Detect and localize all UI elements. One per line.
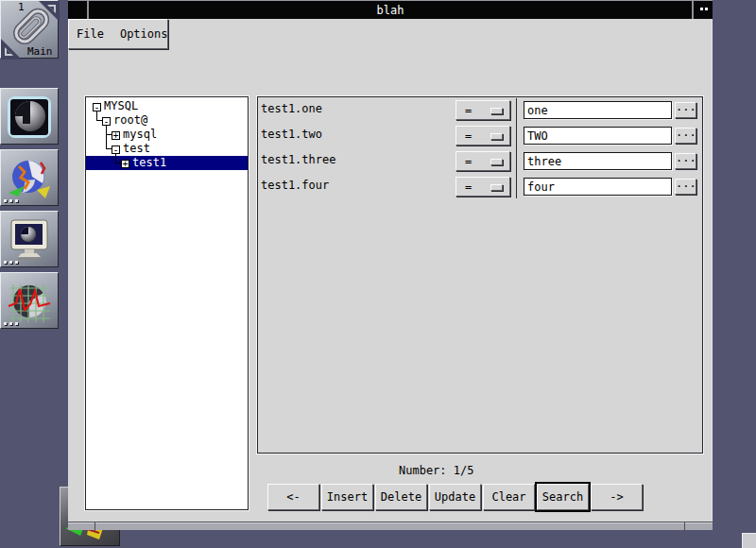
tree-expand-box[interactable]: + [112,131,120,140]
tree-item-root[interactable]: root@ [113,113,147,128]
option-menu-indicator-icon [490,133,503,140]
window-body: File Options - MYSQL - root@ + mysql - t… [68,19,713,522]
operator-value: = [465,129,472,143]
more-button[interactable]: ... [675,102,696,118]
desktop: { "desktop": { "bg_color": "#53546F" }, … [0,0,756,548]
query-form-panel: test1.one = ... test1.two = ... test1.th… [257,96,703,454]
field-label: test1.three [261,153,335,166]
window-miniaturize-button[interactable] [68,1,87,19]
dock-tile-chart-app[interactable] [0,272,59,329]
search-button[interactable]: Search [537,484,589,510]
tree-expand-box[interactable]: - [112,146,120,154]
background-window-corner [742,533,756,548]
field-label: test1.two [261,128,322,141]
paperclip-icon [7,6,52,51]
more-button[interactable]: ... [675,128,696,144]
more-button[interactable]: ... [675,153,696,169]
field-value-input[interactable] [524,152,672,170]
next-record-button[interactable]: -> [591,484,643,510]
tree-expand-box[interactable]: - [102,117,111,126]
dock-tile-puzzle-app[interactable] [0,149,59,206]
running-indicator [4,199,18,202]
clip-main-tile[interactable]: 1 Main [0,0,59,59]
option-menu-indicator-icon [490,108,503,114]
menu-file[interactable]: File [77,27,104,41]
running-indicator [4,261,18,264]
operator-dropdown[interactable]: = [455,100,510,120]
operator-value: = [465,155,472,168]
more-button[interactable]: ... [675,179,696,195]
field-value-input[interactable] [524,101,672,119]
field-label: test1.one [261,102,322,115]
operator-value: = [465,180,472,194]
clip-label: Main [27,45,53,58]
field-label: test1.four [261,179,329,192]
delete-button[interactable]: Delete [375,484,427,510]
app-window: blah File Options - MYSQL - root@ + [68,0,713,530]
prev-record-button[interactable]: <- [267,484,319,510]
sphere-icon [6,93,55,142]
tree-item-test-db[interactable]: test [123,142,150,156]
tree-panel: - MYSQL - root@ + mysql - test + test1 [85,96,249,510]
menu-options[interactable]: Options [120,27,168,41]
dock-tile-monitor-app[interactable] [0,211,59,267]
dock-tile-sphere-app[interactable] [0,88,59,145]
clear-button[interactable]: Clear [483,484,535,510]
option-menu-indicator-icon [490,184,503,191]
nav-button-row: <- Insert Delete Update Clear Search -> [267,484,643,510]
window-title[interactable]: blah [89,1,692,19]
resize-bar-divider [684,522,685,531]
tree-item-mysql-db[interactable]: mysql [123,128,157,142]
tree-item-test1-table[interactable]: test1 [132,156,166,170]
operator-value: = [465,104,472,117]
tree-expand-box[interactable]: - [93,103,101,111]
puzzle-icon [6,154,55,203]
insert-button[interactable]: Insert [321,484,373,510]
window-close-button[interactable] [694,1,713,19]
field-value-input[interactable] [524,178,672,196]
menubar: File Options [68,19,168,49]
running-indicator [4,322,18,325]
field-value-input[interactable] [524,127,672,145]
tree-item-mysql-server[interactable]: MYSQL [104,99,138,113]
titlebar[interactable]: blah [68,0,713,19]
form-separator [516,98,517,198]
close-icon [705,8,708,10]
option-menu-indicator-icon [490,159,503,165]
chart-icon [6,277,55,326]
update-button[interactable]: Update [429,484,481,510]
resize-bar-divider [94,522,95,531]
operator-dropdown[interactable]: = [455,177,510,197]
operator-dropdown[interactable]: = [455,126,510,146]
operator-dropdown[interactable]: = [455,151,510,171]
tree-connector [106,125,107,149]
workspace-number: 1 [18,1,25,13]
tree-expand-box[interactable]: + [121,160,129,168]
close-icon [700,8,703,10]
resize-bar[interactable] [68,522,713,530]
monitor-icon [6,215,55,265]
tree-selection-highlight [86,156,248,170]
record-counter: Number: 1/5 [399,464,473,477]
